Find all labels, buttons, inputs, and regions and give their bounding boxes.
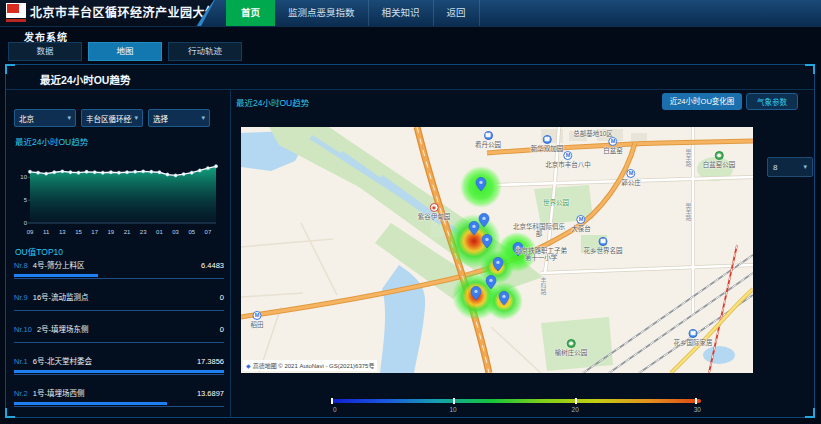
rank-label: Nr.9 bbox=[14, 293, 28, 302]
svg-text:21: 21 bbox=[124, 229, 131, 235]
map-label: M花乡世界名园 bbox=[584, 237, 623, 254]
metro-icon: M bbox=[627, 169, 636, 178]
poi-icon: M bbox=[543, 135, 552, 144]
trend-chart-label: 最近24小时OU趋势 bbox=[15, 135, 88, 147]
svg-text:19: 19 bbox=[108, 229, 115, 235]
nav-item-knowledge[interactable]: 相关知识 bbox=[369, 0, 434, 26]
svg-text:10: 10 bbox=[20, 174, 27, 180]
panel-title: 最近24小时OU趋势 bbox=[40, 72, 130, 87]
map-label: M稻田 bbox=[251, 311, 264, 328]
map-label: ◉紫谷伊甸园 bbox=[418, 203, 451, 220]
ou-value: 13.6897 bbox=[197, 389, 224, 398]
map-label: 北京华科国际俱乐部 bbox=[510, 223, 568, 237]
map-side-select[interactable]: 8 ▾ bbox=[767, 157, 813, 177]
rank-label: Nr.1 bbox=[14, 357, 28, 366]
metro-icon: M bbox=[609, 137, 618, 146]
poi-icon: M bbox=[599, 237, 608, 246]
svg-text:05: 05 bbox=[188, 229, 195, 235]
park-select[interactable]: 丰台区循环经济产 ▾ bbox=[81, 109, 143, 127]
map-label: 世界公园 bbox=[543, 199, 569, 206]
weather-params-button[interactable]: 气象参数 bbox=[746, 93, 798, 110]
legend-gradient-bar bbox=[331, 399, 701, 403]
svg-text:0: 0 bbox=[24, 220, 28, 226]
road-label: 樊羊路 bbox=[684, 203, 693, 221]
panel-corner-decoration bbox=[805, 64, 815, 74]
top-item-bar-fill bbox=[14, 274, 98, 277]
svg-text:03: 03 bbox=[172, 229, 179, 235]
svg-text:5: 5 bbox=[24, 197, 28, 203]
progress-track bbox=[14, 370, 224, 375]
nav-item-home[interactable]: 首页 bbox=[226, 0, 275, 26]
poi-icon: M bbox=[484, 131, 493, 140]
tab-map[interactable]: 地图 bbox=[88, 42, 162, 61]
top-item: Nr.84号-筛分上料区6.4483 bbox=[14, 259, 224, 289]
top-list-title: OU值TOP10 bbox=[15, 245, 63, 257]
site-name: 2号-填埋场东侧 bbox=[37, 323, 220, 334]
top-item: Nr.102号-填埋场东侧0 bbox=[14, 323, 224, 353]
amap-logo-icon: ◆ bbox=[246, 362, 251, 369]
ou-value: 6.4483 bbox=[201, 261, 224, 270]
ou-value: 17.3856 bbox=[197, 357, 224, 366]
map-label: ♣榆树庄公园 bbox=[555, 339, 588, 356]
main-nav: 首页 监测点恶臭指数 相关知识 返回 bbox=[226, 0, 821, 26]
metro-icon: M bbox=[253, 311, 262, 320]
app-logo-icon bbox=[6, 3, 26, 18]
top-item: Nr.16号-北天堂村委会17.3856 bbox=[14, 355, 224, 385]
svg-text:17: 17 bbox=[91, 229, 98, 235]
map-label: M白盆窑 bbox=[603, 137, 623, 154]
metro-icon: M bbox=[564, 151, 573, 160]
panel-corner-decoration bbox=[5, 64, 15, 74]
legend-marker bbox=[695, 398, 697, 404]
view-tabs: 数据 地图 行动轨迹 bbox=[8, 42, 242, 61]
legend-marker bbox=[575, 398, 577, 404]
main-panel: 最近24小时OU趋势 北京 ▾ 丰台区循环经济产 ▾ 选择 ▾ 最近24小时OU… bbox=[5, 64, 815, 418]
ou-trend-chart: 0510091113151719212301030507 bbox=[10, 147, 222, 239]
panel-title-divider bbox=[6, 89, 814, 90]
svg-text:01: 01 bbox=[156, 229, 163, 235]
ou-value: 0 bbox=[220, 325, 224, 334]
ou-change-chart-button[interactable]: 近24小时OU变化图 bbox=[662, 93, 742, 110]
svg-text:09: 09 bbox=[27, 229, 34, 235]
dashboard: 北京市丰台区循环经济产业园大气恶臭状况实时 首页 监测点恶臭指数 相关知识 返回… bbox=[0, 0, 821, 424]
scenic-icon: ◉ bbox=[430, 203, 439, 212]
nav-item-back[interactable]: 返回 bbox=[434, 0, 480, 26]
top-list: Nr.84号-筛分上料区6.4483 Nr.916号-流动监测点0 Nr.102… bbox=[14, 257, 224, 417]
chevron-down-icon: ▾ bbox=[201, 114, 205, 122]
tab-track[interactable]: 行动轨迹 bbox=[168, 42, 242, 61]
progress-track bbox=[14, 306, 224, 311]
filter-row: 北京 ▾ 丰台区循环经济产 ▾ 选择 ▾ bbox=[14, 109, 210, 127]
progress-track bbox=[14, 274, 224, 279]
map-label: M郭公庄 bbox=[621, 169, 641, 186]
tab-data[interactable]: 数据 bbox=[8, 42, 82, 61]
city-select[interactable]: 北京 ▾ bbox=[14, 109, 76, 127]
map-label: 北京铁路职工子弟第十一小学 bbox=[512, 247, 570, 261]
top-item: Nr.916号-流动监测点0 bbox=[14, 291, 224, 321]
map-label: M新华双加园 bbox=[531, 135, 564, 152]
map-label: M花乡国际家居 bbox=[674, 329, 713, 346]
chevron-down-icon: ▾ bbox=[803, 163, 807, 171]
legend-ticks: 0 10 20 30 bbox=[331, 406, 701, 416]
svg-text:11: 11 bbox=[43, 229, 50, 235]
site-name: 16号-流动监测点 bbox=[33, 291, 220, 302]
chevron-down-icon: ▾ bbox=[134, 114, 138, 122]
rank-label: Nr.2 bbox=[14, 389, 28, 398]
site-name: 6号-北天堂村委会 bbox=[33, 355, 197, 366]
progress-track bbox=[14, 402, 224, 407]
park-icon: ♣ bbox=[567, 339, 576, 348]
legend-marker bbox=[453, 398, 455, 404]
svg-text:23: 23 bbox=[140, 229, 147, 235]
chevron-down-icon: ▾ bbox=[67, 114, 71, 122]
road-label: 丰科路 bbox=[539, 277, 548, 295]
rank-label: Nr.8 bbox=[14, 261, 28, 270]
site-select[interactable]: 选择 ▾ bbox=[148, 109, 210, 127]
top-item: Nr.21号-填埋场西侧13.6897 bbox=[14, 387, 224, 417]
heatmap-map[interactable]: 总部基地10区 M看丹公园 M新华双加园 M白盆窑 ♣白盆窑公园 M北京市丰台八… bbox=[241, 127, 753, 373]
park-icon: ♣ bbox=[715, 151, 724, 160]
top-item-bar-fill bbox=[14, 370, 224, 373]
map-section-title: 最近24小时OU趋势 bbox=[236, 96, 309, 108]
nav-item-odor-index[interactable]: 监测点恶臭指数 bbox=[275, 0, 369, 26]
legend-marker bbox=[331, 398, 333, 404]
road-label: 樊羊路 bbox=[684, 149, 693, 167]
svg-text:07: 07 bbox=[205, 229, 212, 235]
app-logo-caption bbox=[6, 19, 26, 22]
